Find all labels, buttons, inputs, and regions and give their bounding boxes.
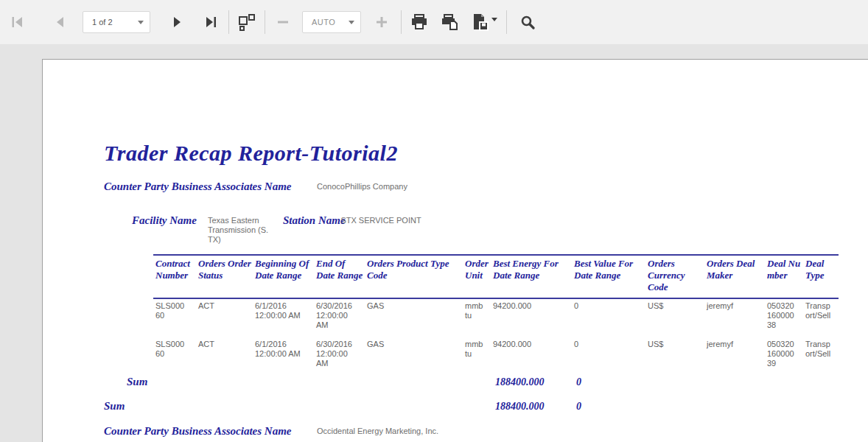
cell-end-date: 6/30/2016 12:00:00 AM [314, 298, 365, 337]
cell-deal-number: 05032016000038 [765, 298, 803, 337]
column-header: End Of Date Range [314, 255, 365, 298]
export-icon [472, 13, 489, 31]
cell-order-unit: mmbtu [463, 298, 491, 337]
zoom-selector-value: AUTO [312, 18, 335, 27]
cell-contract-number: SLS00060 [153, 298, 196, 337]
toolbar-separator [401, 10, 402, 34]
column-header: Orders Currency Code [645, 255, 704, 298]
first-page-icon [11, 15, 24, 29]
cell-deal-type: Transport/Sell [803, 298, 839, 337]
cell-product-type: GAS [365, 337, 463, 376]
export-button[interactable] [471, 12, 497, 32]
toolbar-separator [506, 10, 507, 34]
facility-name-value: Texas Eastern Transmission (S. TX) [208, 216, 278, 245]
cell-end-date: 6/30/2016 12:00:00 AM [314, 337, 365, 376]
counter-party-value: ConocoPhillips Company [317, 182, 508, 192]
group-sum-label: Sum [127, 376, 147, 388]
zoom-out-button[interactable] [273, 12, 293, 32]
parent-report-icon [238, 13, 256, 31]
report-title: Trader Recap Report-Tutorial2 [104, 141, 398, 166]
print-layout-icon [441, 14, 459, 30]
table-row: SLS00060 ACT 6/1/2016 12:00:00 AM 6/30/2… [153, 298, 839, 337]
last-page-button[interactable] [200, 12, 221, 32]
search-icon [520, 15, 535, 29]
station-name-label: Station Name [283, 214, 346, 227]
cell-best-value: 0 [572, 337, 645, 376]
column-header: Best Energy For Date Range [491, 255, 572, 298]
cell-best-value: 0 [572, 298, 645, 337]
next-page-button[interactable] [167, 12, 187, 32]
group-sum-energy: 188400.000 [495, 376, 545, 388]
orders-table: Contract Number Orders Order Status Begi… [153, 254, 839, 376]
cell-order-status: ACT [196, 298, 253, 337]
page-selector[interactable]: 1 of 2 [83, 11, 150, 33]
column-header: Orders Deal Maker [704, 255, 765, 298]
cell-best-energy: 94200.000 [491, 298, 572, 337]
document-area: Trader Recap Report-Tutorial2 Counter Pa… [0, 44, 868, 442]
next-counter-party-label: Counter Party Business Associates Name [104, 425, 291, 437]
last-page-icon [204, 15, 217, 29]
next-counter-party-value: Occidental Energy Marketing, Inc. [317, 427, 538, 436]
zoom-selector[interactable]: AUTO [302, 11, 361, 33]
zoom-in-button[interactable] [371, 12, 392, 32]
plus-icon [376, 16, 388, 28]
column-header: Beginning Of Date Range [253, 255, 314, 298]
chevron-down-icon [138, 21, 144, 24]
cell-begin-date: 6/1/2016 12:00:00 AM [253, 337, 314, 376]
total-sum-value: 0 [576, 401, 581, 413]
cell-order-status: ACT [196, 337, 253, 376]
cell-deal-maker: jeremyf [704, 337, 765, 376]
print-button[interactable] [409, 12, 430, 32]
cell-contract-number: SLS00060 [153, 337, 196, 376]
chevron-down-icon [349, 21, 354, 24]
printer-icon [410, 14, 428, 30]
column-header: Orders Order Status [196, 255, 253, 298]
cell-begin-date: 6/1/2016 12:00:00 AM [253, 298, 314, 337]
table-row: SLS00060 ACT 6/1/2016 12:00:00 AM 6/30/2… [153, 337, 839, 376]
cell-deal-type: Transport/Sell [803, 337, 839, 376]
page-selector-value: 1 of 2 [92, 18, 113, 27]
cell-best-energy: 94200.000 [491, 337, 572, 376]
group-sum-value: 0 [576, 376, 581, 388]
total-sum-energy: 188400.000 [495, 401, 545, 413]
column-header: Orders Product Type Code [365, 255, 463, 298]
toolbar-separator [228, 10, 229, 34]
previous-page-button[interactable] [50, 12, 71, 32]
cell-product-type: GAS [365, 298, 463, 337]
print-layout-button[interactable] [440, 12, 461, 32]
column-header: Contract Number [153, 255, 196, 298]
back-to-parent-report-button[interactable] [237, 12, 257, 32]
toolbar-separator [265, 10, 265, 34]
column-header: Order Unit [463, 255, 491, 298]
cell-deal-maker: jeremyf [704, 298, 765, 337]
counter-party-label: Counter Party Business Associates Name [104, 180, 291, 192]
total-sum-row: Sum 188400.000 0 [43, 400, 706, 415]
report-page: Trader Recap Report-Tutorial2 Counter Pa… [42, 59, 868, 442]
minus-icon [277, 16, 289, 28]
group-sum-row: Sum 188400.000 0 [43, 376, 706, 390]
counter-party-row: Counter Party Business Associates Name C… [104, 180, 291, 193]
cell-deal-number: 05032016000039 [765, 337, 803, 376]
report-viewer-toolbar: 1 of 2 [0, 0, 868, 44]
table-header-row: Contract Number Orders Order Status Begi… [153, 255, 839, 298]
column-header: Deal Type [803, 255, 839, 298]
next-page-icon [170, 15, 183, 29]
cell-currency-code: US$ [645, 337, 704, 376]
station-name-value: STX SERVICE POINT [340, 216, 421, 225]
chevron-down-icon [491, 18, 497, 21]
facility-name-label: Facility Name [132, 214, 197, 227]
previous-page-icon [54, 15, 67, 29]
cell-order-unit: mmbtu [463, 337, 491, 376]
total-sum-label: Sum [104, 400, 125, 413]
column-header: Best Value For Date Range [572, 255, 645, 298]
next-counter-party-row: Counter Party Business Associates Name O… [104, 424, 291, 438]
first-page-button[interactable] [7, 12, 28, 32]
search-button[interactable] [517, 12, 538, 32]
cell-currency-code: US$ [645, 298, 704, 337]
column-header: Deal Number [765, 255, 803, 298]
